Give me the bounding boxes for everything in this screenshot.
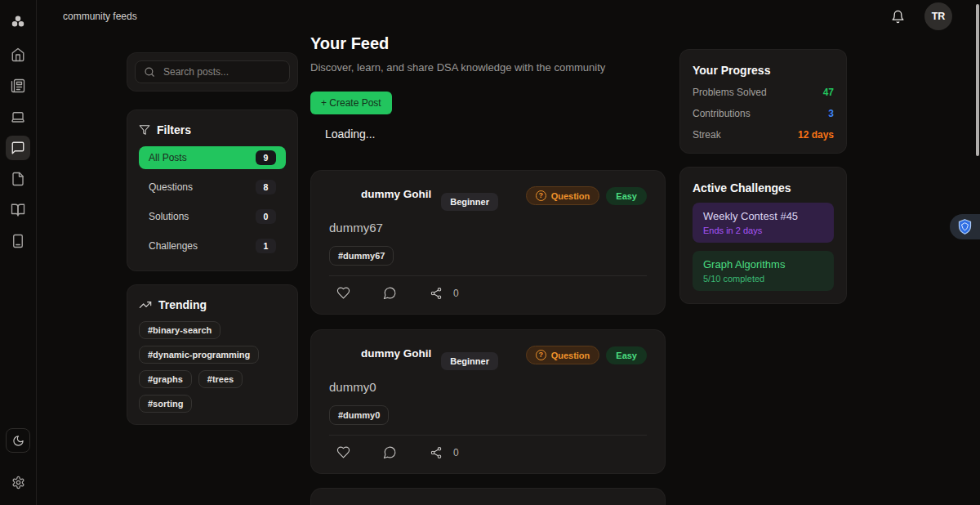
user-avatar[interactable]: TR [924, 2, 952, 30]
comment-icon[interactable] [383, 286, 397, 300]
trending-tag[interactable]: #sorting [139, 395, 192, 413]
challenges-title: Active Challenges [693, 181, 834, 194]
filter-item-questions[interactable]: Questions 8 [139, 176, 286, 199]
trending-tag[interactable]: #graphs [139, 370, 192, 388]
difficulty-badge: Easy [606, 346, 647, 364]
post-type-badge: ? Question [526, 346, 600, 364]
post-author[interactable]: dummy Gohil [361, 185, 431, 200]
feed-title: Your Feed [310, 34, 666, 53]
progress-row: Contributions 3 [693, 108, 834, 119]
create-post-button[interactable]: + Create Post [310, 92, 392, 114]
post-type-badge: ? Question [526, 186, 600, 205]
filter-item-challenges[interactable]: Challenges 1 [139, 235, 286, 257]
level-badge: Beginner [441, 352, 498, 370]
tablet-icon[interactable] [6, 229, 30, 253]
progress-value: 12 days [798, 129, 834, 141]
shield-icon [956, 218, 973, 235]
challenge-graph-algorithms[interactable]: Graph Algorithms 5/10 completed [693, 251, 834, 291]
post-tag[interactable]: #dummy0 [329, 405, 389, 425]
theme-toggle-moon-icon[interactable] [6, 428, 30, 453]
difficulty-badge: Easy [606, 187, 647, 205]
trending-panel: Trending #binary-search #dynamic-program… [127, 284, 298, 425]
home-icon[interactable] [6, 42, 30, 67]
page-title: community feeds [63, 11, 137, 22]
filters-panel: Filters All Posts 9 Questions 8 Solution… [127, 109, 298, 271]
search-panel [127, 52, 298, 92]
post-content: dummy0 [329, 380, 647, 394]
settings-gear-icon[interactable] [7, 471, 29, 494]
right-column: Your Progress Problems Solved 47 Contrib… [679, 49, 847, 304]
trending-tag[interactable]: #dynamic-programming [139, 346, 259, 364]
feed-subtitle: Discover, learn, and share DSA knowledge… [310, 61, 666, 74]
post-card: dummy Gohil Beginner ? Question Easy dum… [310, 329, 666, 474]
challenges-panel: Active Challenges Weekly Contest #45 End… [679, 167, 847, 304]
search-box[interactable] [135, 60, 290, 83]
post-header: dummy Gohil Beginner ? Question Easy [329, 344, 647, 370]
like-heart-icon[interactable] [336, 286, 350, 300]
file-icon[interactable] [6, 167, 30, 191]
filter-item-solutions[interactable]: Solutions 0 [139, 205, 286, 228]
share-icon[interactable] [430, 446, 443, 459]
count-badge: 0 [256, 209, 276, 224]
progress-value: 47 [823, 87, 834, 98]
question-circle-icon: ? [536, 190, 546, 201]
extension-shield-tab[interactable] [950, 214, 980, 239]
trending-tag[interactable]: #trees [198, 370, 243, 388]
trending-tags: #binary-search #dynamic-programming #gra… [139, 321, 286, 413]
count-badge: 8 [256, 180, 276, 194]
search-input[interactable] [162, 65, 281, 78]
trending-tag[interactable]: #binary-search [139, 321, 220, 339]
notifications-bell-icon[interactable] [891, 10, 905, 24]
divider [329, 435, 647, 436]
feed-column: Your Feed Discover, learn, and share DSA… [310, 34, 666, 505]
search-icon [144, 66, 155, 78]
comment-icon[interactable] [383, 445, 397, 459]
divider [329, 275, 647, 276]
post-content: dummy67 [329, 221, 647, 235]
share-icon[interactable] [430, 287, 443, 300]
filter-item-all-posts[interactable]: All Posts 9 [139, 146, 286, 169]
challenge-weekly-contest[interactable]: Weekly Contest #45 Ends in 2 days [693, 203, 834, 243]
post-actions: 0 [329, 445, 647, 459]
left-column: Filters All Posts 9 Questions 8 Solution… [127, 52, 298, 425]
post-tag[interactable]: #dummy67 [329, 246, 394, 266]
question-circle-icon: ? [536, 350, 546, 360]
trending-up-icon [139, 298, 152, 311]
post-card: dummy Gohil Beginner ? Question Easy dum… [310, 170, 666, 315]
progress-row: Streak 12 days [693, 129, 834, 141]
count-badge: 9 [256, 150, 276, 165]
book-open-icon[interactable] [6, 198, 30, 222]
sidebar [0, 0, 37, 505]
like-heart-icon[interactable] [336, 445, 350, 459]
filters-title: Filters [139, 123, 286, 136]
scrollbar-thumb[interactable] [976, 4, 979, 156]
chat-bubble-icon[interactable] [6, 136, 30, 160]
progress-row: Problems Solved 47 [693, 87, 834, 98]
app-logo-icon[interactable] [6, 10, 30, 34]
post-header: dummy Gohil Beginner ? Question Easy [329, 185, 647, 211]
topbar-actions: TR [891, 2, 952, 30]
count-badge: 1 [256, 239, 276, 253]
level-badge: Beginner [441, 193, 498, 211]
progress-title: Your Progress [693, 64, 834, 77]
post-actions: 0 [329, 286, 647, 300]
trending-title: Trending [139, 298, 286, 311]
laptop-icon[interactable] [6, 105, 30, 129]
progress-panel: Your Progress Problems Solved 47 Contrib… [679, 49, 847, 154]
progress-value: 3 [828, 108, 834, 119]
loading-text: Loading... [325, 127, 666, 141]
share-count: 0 [453, 447, 459, 458]
newspaper-icon[interactable] [6, 74, 30, 98]
post-card-partial [310, 488, 666, 505]
topbar: community feeds TR [37, 0, 980, 33]
post-author[interactable]: dummy Gohil [361, 344, 431, 360]
share-count: 0 [453, 288, 459, 299]
filter-funnel-icon [139, 124, 150, 136]
